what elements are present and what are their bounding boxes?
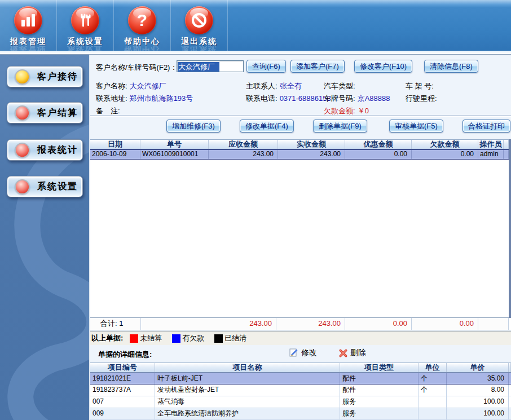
legend-unsettled-color-swatch — [130, 334, 138, 343]
cell-spacer — [509, 384, 511, 396]
col-header-spacer — [504, 140, 509, 149]
search-input[interactable]: 大众汽修厂 — [177, 60, 244, 72]
orders-table: 日期 单号 应收金额 实收金额 优惠金额 欠款金额 操作员 2006-10-09… — [90, 139, 511, 330]
toolbar-item-help[interactable]: ? 帮助中心 帮助中心 — [114, 0, 171, 51]
total-discount: 0.00 — [345, 318, 412, 330]
contact-field: 主联系人:张全有 — [246, 81, 302, 91]
phone-field: 联系电话:0371-68886153 — [246, 94, 331, 104]
phone-label: 联系电话: — [246, 94, 277, 103]
total-debt: 0.00 — [412, 318, 478, 330]
legend-unsettled-label: 未结算 — [140, 333, 162, 343]
clear-info-button[interactable]: 清除信息(F8) — [424, 60, 478, 73]
legend-settled-label: 已结清 — [224, 333, 246, 343]
totals-label: 合计: 1 — [90, 318, 141, 330]
cell-unit — [419, 396, 447, 408]
items-table-row-selected[interactable]: 191821021E 叶子板L前-JET 配件 个 35.00 — [90, 373, 511, 384]
cell-unit-price: 8.00 — [447, 384, 509, 396]
sidebar-item-system-settings[interactable]: 系统设置 — [7, 176, 83, 197]
delete-order-button[interactable]: 删除单据(F9) — [313, 120, 367, 132]
col-header-debt: 欠款金额 — [412, 140, 478, 149]
query-button[interactable]: 查询(F6) — [246, 60, 286, 73]
orders-table-row-selected[interactable]: 2006-10-09 WX061009010001 243.00 243.00 … — [90, 149, 509, 160]
items-table: 项目编号 项目名称 项目类型 单位 单价 191821021E 叶子板L前-JE… — [90, 362, 511, 420]
main-panel: 客户名称/车牌号码(F2)： 大众汽修厂 查询(F6) 添加客户(F7) 修改客… — [90, 55, 511, 420]
items-table-header: 项目编号 项目名称 项目类型 单位 单价 — [90, 362, 511, 373]
detail-delete-label: 删除 — [350, 348, 366, 358]
customer-name-label: 客户名称: — [96, 82, 127, 90]
edit-order-button[interactable]: 修改单据(F4) — [240, 120, 294, 132]
col-header-unit: 单位 — [419, 363, 447, 372]
vin-label: 车 架 号: — [406, 82, 434, 90]
cell-unit-price: 35.00 — [447, 373, 509, 384]
add-customer-button[interactable]: 添加客户(F7) — [290, 60, 345, 73]
address-field: 联系地址:郑州市航海路193号 — [96, 94, 193, 104]
cell-debt: 0.00 — [412, 150, 478, 159]
sidebar-item-customer-settlement[interactable]: 客户结算 — [7, 102, 83, 123]
address-value: 郑州市航海路193号 — [130, 94, 193, 103]
contact-value: 张全有 — [280, 82, 302, 90]
app-window: 报表管理 报表管理 系统设置 系统设置 ? 帮助中心 帮助中心 — [0, 0, 511, 420]
toolbar-item-label: 退出系统 — [181, 37, 217, 46]
col-header-spacer — [509, 363, 511, 372]
status-legend: 以上单据: 未结算 有欠款 已结清 — [90, 331, 511, 345]
cell-item-code: 007 — [90, 396, 155, 408]
edit-note-icon — [289, 348, 299, 358]
cell-spacer — [509, 408, 511, 419]
remark-label: 备 注: — [96, 107, 120, 115]
delete-x-icon — [338, 348, 348, 358]
question-glyph: ? — [137, 12, 147, 29]
orders-totals-row: 合计: 1 243.00 243.00 0.00 0.00 — [90, 317, 509, 330]
toolbar-item-reports[interactable]: 报表管理 报表管理 — [0, 0, 57, 51]
cell-spacer — [509, 373, 511, 384]
bar-chart-icon — [14, 6, 42, 34]
edit-customer-button[interactable]: 修改客户(F10) — [354, 60, 412, 73]
certificate-print-button[interactable]: 合格证打印 — [462, 120, 510, 132]
add-repair-button[interactable]: 增加维修(F3) — [166, 120, 221, 132]
tools-icon — [71, 6, 99, 34]
mileage-label: 行驶里程: — [406, 94, 437, 103]
toolbar-separator — [0, 51, 511, 55]
sidebar-item-customer-reception[interactable]: 客户接待 — [7, 66, 83, 87]
total-receivable: 243.00 — [141, 318, 276, 330]
sidebar-item-label: 报表统计 — [37, 144, 78, 156]
col-header-order-no: 单号 — [140, 140, 209, 149]
plate-label: 车牌号码: — [324, 94, 355, 103]
toolbar-item-exit[interactable]: 退出系统 退出系统 — [171, 0, 228, 51]
toolbar-item-system-settings[interactable]: 系统设置 系统设置 — [57, 0, 114, 51]
forbidden-glyph — [191, 12, 208, 29]
detail-title: 单据的详细信息: — [98, 350, 152, 360]
cell-unit-price: 100.00 — [447, 408, 509, 419]
sidebar-item-report-statistics[interactable]: 报表统计 — [7, 139, 83, 161]
legend-label: 以上单据: — [91, 333, 123, 343]
cell-date: 2006-10-09 — [90, 150, 140, 159]
items-table-row[interactable]: 191823737A 发动机盖密封条-JET 配件 个 8.00 — [90, 384, 511, 396]
col-header-unit-price: 单价 — [447, 363, 509, 372]
total-received: 243.00 — [276, 318, 345, 330]
cell-item-type: 服务 — [340, 396, 419, 408]
search-label: 客户名称/车牌号码(F2)： — [96, 63, 177, 73]
customer-name-field: 客户名称:大众汽修厂 — [96, 81, 166, 91]
cell-discount: 0.00 — [345, 150, 412, 159]
orb-icon — [15, 179, 30, 194]
plate-value: 京A88888 — [358, 94, 390, 103]
toolbar-item-label: 报表管理 — [10, 37, 46, 46]
contact-label: 主联系人: — [246, 82, 277, 90]
search-input-selected-text: 大众汽修厂 — [178, 62, 219, 72]
sidebar-item-label: 客户结算 — [37, 107, 78, 119]
col-header-item-code: 项目编号 — [90, 363, 155, 372]
detail-delete-button[interactable]: 删除 — [338, 348, 366, 358]
active-orb-icon — [15, 69, 30, 85]
col-header-date: 日期 — [90, 140, 140, 149]
toolbar-item-label: 系统设置 — [67, 37, 103, 46]
cell-spacer — [509, 396, 511, 408]
items-table-row[interactable]: 007 蒸气消毒 服务 100.00 — [90, 396, 511, 408]
items-table-row[interactable]: 009 全车电路系统清洁防潮养护 服务 100.00 — [90, 408, 511, 420]
question-icon: ? — [128, 6, 156, 34]
toolbar-item-label: 帮助中心 — [124, 37, 160, 46]
audit-order-button[interactable]: 审核单据(F5) — [389, 120, 443, 132]
detail-edit-button[interactable]: 修改 — [289, 348, 317, 358]
legend-settled-color-swatch — [214, 334, 223, 343]
cell-item-code: 191821021E — [90, 373, 155, 384]
cell-item-name: 全车电路系统清洁防潮养护 — [155, 408, 340, 419]
car-type-field: 汽车类型: — [324, 81, 358, 91]
